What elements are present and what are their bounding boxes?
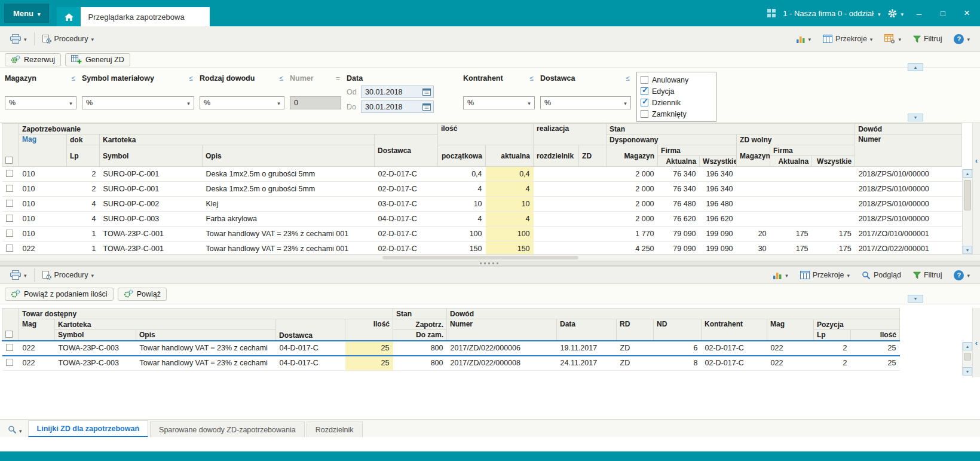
table-row[interactable]: 010 4 SURO-0P-C-003 Farba akrylowa 04-D-… bbox=[2, 212, 962, 227]
print-button[interactable] bbox=[6, 32, 31, 45]
rodzaj-select[interactable]: % bbox=[200, 96, 284, 109]
col-data[interactable]: Data bbox=[557, 319, 617, 341]
row-checkbox[interactable] bbox=[6, 359, 13, 366]
col-dysp-wszystkie[interactable]: Wszystkie bbox=[700, 156, 737, 167]
col-zdw-aktualna[interactable]: Aktualna bbox=[770, 156, 812, 167]
select-all-header[interactable] bbox=[2, 309, 19, 341]
kontrahent-select[interactable]: % bbox=[463, 96, 535, 109]
col-group-kartoteka[interactable]: Kartoteka bbox=[100, 135, 375, 145]
przekroje-button[interactable]: Przekroje bbox=[796, 269, 854, 281]
scrollbar-track[interactable] bbox=[963, 178, 972, 246]
col-group-zapotrzebowanie[interactable]: Zapotrzebowanie bbox=[19, 124, 438, 135]
tab-linijki-zd[interactable]: Linijki ZD dla zapotrzebowań bbox=[28, 420, 149, 437]
col-stan-zapotrz[interactable]: Zapotrz. bbox=[393, 319, 447, 330]
col-stan-do-zam[interactable]: Do zam. bbox=[393, 330, 447, 341]
filter-data-header[interactable]: Data bbox=[347, 74, 458, 83]
vertical-scrollbar[interactable] bbox=[962, 342, 972, 375]
minimize-button[interactable] bbox=[911, 5, 927, 21]
col-nd[interactable]: ND bbox=[654, 319, 702, 341]
help-button[interactable] bbox=[950, 32, 974, 46]
collapse-filters-up-button[interactable] bbox=[908, 63, 923, 71]
table-row[interactable]: 022 1 TOWA-23P-C-001 Towar handlowy VAT … bbox=[2, 242, 962, 255]
scroll-down-button[interactable] bbox=[963, 246, 972, 254]
date-od-input[interactable]: 30.01.2018 bbox=[361, 86, 434, 98]
col-opis[interactable]: Opis bbox=[136, 330, 276, 341]
col-mag-dowod[interactable]: Mag bbox=[767, 319, 814, 341]
row-checkbox[interactable] bbox=[6, 185, 13, 192]
status-edycja[interactable]: Edycja bbox=[641, 87, 712, 96]
row-checkbox[interactable] bbox=[6, 215, 13, 222]
filter-kontrahent-header[interactable]: Kontrahent bbox=[463, 74, 535, 83]
company-selector[interactable]: 1 - Nasza firma 0 - oddział bbox=[783, 9, 880, 18]
settings-button[interactable] bbox=[887, 8, 904, 19]
collapse-side-panel-button[interactable] bbox=[972, 123, 980, 254]
procedury-button[interactable]: Procedury bbox=[38, 269, 99, 282]
scrollbar-thumb[interactable] bbox=[964, 180, 971, 210]
col-group-realizacja[interactable]: realizacja bbox=[534, 124, 607, 145]
scrollbar-thumb[interactable] bbox=[964, 353, 971, 361]
rezerwuj-button[interactable]: Rezerwuj bbox=[5, 53, 61, 66]
vertical-scrollbar[interactable] bbox=[962, 169, 972, 254]
horizontal-scrollbar[interactable] bbox=[0, 254, 980, 261]
collapse-side-panel-button[interactable] bbox=[972, 308, 980, 377]
col-dysp-magazyn[interactable]: Magazyn bbox=[607, 145, 658, 167]
row-checkbox[interactable] bbox=[6, 245, 13, 252]
col-poczatkowa[interactable]: początkowa bbox=[438, 145, 486, 167]
col-group-ilosc[interactable]: ilość bbox=[438, 124, 534, 145]
col-rd[interactable]: RD bbox=[617, 319, 654, 341]
filtruj-button[interactable]: Filtruj bbox=[909, 33, 947, 45]
select-all-checkbox[interactable] bbox=[5, 157, 13, 164]
select-all-header[interactable] bbox=[2, 124, 19, 167]
apps-grid-icon[interactable] bbox=[767, 9, 776, 17]
powiaz-z-podaniem-ilosci-button[interactable]: Powiąż z podaniem ilości bbox=[5, 288, 114, 301]
col-opis[interactable]: Opis bbox=[203, 145, 375, 167]
col-aktualna[interactable]: aktualna bbox=[486, 145, 534, 167]
status-zamkniety[interactable]: Zamknięty bbox=[641, 110, 712, 118]
col-ilosc[interactable]: Ilość bbox=[345, 319, 393, 341]
col-numer[interactable]: Numer bbox=[447, 319, 557, 341]
checkbox[interactable] bbox=[641, 87, 648, 95]
col-dostawca[interactable]: Dostawca bbox=[375, 135, 438, 167]
col-group-towar-dostepny[interactable]: Towar dostępny bbox=[19, 309, 393, 319]
filter-symbol-header[interactable]: Symbol materiałowy bbox=[82, 74, 194, 83]
collapse-bottom-pane-button[interactable] bbox=[908, 295, 923, 303]
menu-button[interactable]: Menu bbox=[5, 4, 48, 22]
table-row[interactable]: 022 TOWA-23P-C-003 Towar handlowy VAT = … bbox=[2, 356, 900, 371]
chart-button[interactable] bbox=[792, 33, 816, 45]
col-zd[interactable]: ZD bbox=[579, 145, 607, 167]
col-group-dowod[interactable]: Dowód bbox=[447, 309, 900, 319]
symbol-select[interactable]: % bbox=[82, 96, 194, 109]
pane-splitter[interactable] bbox=[0, 261, 980, 266]
col-dok[interactable]: dok bbox=[67, 135, 100, 145]
col-lp[interactable]: Lp bbox=[67, 145, 100, 167]
powiaz-button[interactable]: Powiąż bbox=[118, 288, 167, 301]
tab-rozdzielnik[interactable]: Rozdzielnik bbox=[307, 422, 363, 437]
collapse-filters-down-button[interactable] bbox=[908, 114, 923, 121]
select-all-checkbox[interactable] bbox=[5, 331, 13, 338]
grid-settings-button[interactable] bbox=[880, 32, 905, 45]
scroll-down-button[interactable] bbox=[963, 367, 972, 375]
col-group-pozycja[interactable]: Pozycja bbox=[814, 319, 900, 330]
col-group-dysponowany[interactable]: Dysponowany bbox=[607, 135, 737, 145]
scroll-up-button[interactable] bbox=[963, 169, 972, 178]
status-dziennik[interactable]: Dziennik bbox=[641, 99, 712, 107]
table-row[interactable]: 010 2 SURO-0P-C-001 Deska 1mx2.5m o grub… bbox=[2, 182, 962, 197]
col-dysp-aktualna[interactable]: Aktualna bbox=[658, 156, 700, 167]
close-button[interactable] bbox=[958, 5, 975, 21]
col-group-zdw-firma[interactable]: Firma bbox=[770, 145, 855, 156]
table-row[interactable]: 022 TOWA-23P-C-003 Towar handlowy VAT = … bbox=[2, 341, 900, 356]
col-numer[interactable]: Numer bbox=[855, 135, 962, 167]
row-checkbox[interactable] bbox=[6, 344, 13, 351]
table-row[interactable]: 010 1 TOWA-23P-C-001 Towar handlowy VAT … bbox=[2, 227, 962, 242]
home-button[interactable] bbox=[57, 7, 81, 26]
col-lp[interactable]: Lp bbox=[814, 330, 851, 341]
row-checkbox[interactable] bbox=[6, 170, 13, 177]
col-group-stan[interactable]: Stan bbox=[607, 124, 855, 135]
col-mag[interactable]: Mag bbox=[19, 319, 55, 341]
numer-input[interactable]: 0 bbox=[290, 96, 341, 109]
checkbox[interactable] bbox=[641, 110, 648, 118]
zoom-tool-button[interactable] bbox=[4, 422, 26, 437]
print-button[interactable] bbox=[6, 268, 31, 282]
filter-rodzaj-header[interactable]: Rodzaj dowodu bbox=[200, 74, 284, 83]
row-checkbox[interactable] bbox=[6, 200, 13, 207]
